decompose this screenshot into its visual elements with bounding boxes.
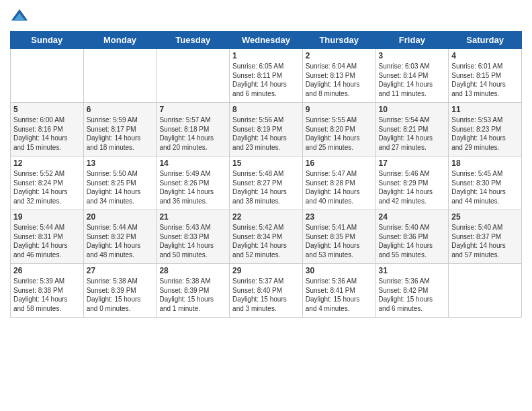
cell-content: Sunrise: 5:53 AM Sunset: 8:23 PM Dayligh… [451, 116, 519, 152]
day-number: 1 [232, 51, 300, 60]
cell-content: Sunrise: 5:37 AM Sunset: 8:40 PM Dayligh… [232, 277, 300, 313]
day-number: 29 [232, 266, 300, 275]
day-number: 13 [87, 158, 154, 168]
day-number: 18 [451, 158, 519, 168]
cell-content: Sunrise: 5:57 AM Sunset: 8:18 PM Dayligh… [159, 116, 226, 152]
cell-content: Sunrise: 5:38 AM Sunset: 8:39 PM Dayligh… [87, 277, 154, 313]
cell-content: Sunrise: 5:43 AM Sunset: 8:33 PM Dayligh… [159, 223, 226, 259]
day-header-tuesday: Tuesday [157, 32, 230, 49]
day-number: 2 [306, 51, 373, 60]
cell-content: Sunrise: 5:40 AM Sunset: 8:37 PM Dayligh… [451, 223, 519, 259]
calendar-cell: 4Sunrise: 6:01 AM Sunset: 8:15 PM Daylig… [449, 49, 522, 103]
calendar-cell: 1Sunrise: 6:05 AM Sunset: 8:11 PM Daylig… [230, 49, 303, 103]
cell-content: Sunrise: 5:44 AM Sunset: 8:32 PM Dayligh… [87, 223, 154, 259]
day-number: 10 [379, 105, 446, 114]
calendar-cell: 30Sunrise: 5:36 AM Sunset: 8:41 PM Dayli… [302, 264, 375, 318]
day-number: 6 [87, 105, 154, 114]
cell-content: Sunrise: 5:49 AM Sunset: 8:26 PM Dayligh… [159, 169, 226, 205]
cell-content: Sunrise: 5:45 AM Sunset: 8:30 PM Dayligh… [451, 169, 519, 205]
cell-content: Sunrise: 6:01 AM Sunset: 8:15 PM Dayligh… [451, 62, 519, 98]
cell-content: Sunrise: 5:44 AM Sunset: 8:31 PM Dayligh… [13, 223, 81, 259]
day-number: 25 [451, 212, 519, 222]
cell-content: Sunrise: 5:59 AM Sunset: 8:17 PM Dayligh… [87, 116, 154, 152]
calendar-table: SundayMondayTuesdayWednesdayThursdayFrid… [10, 31, 522, 318]
cell-content: Sunrise: 6:03 AM Sunset: 8:14 PM Dayligh… [379, 62, 446, 98]
day-number: 28 [159, 266, 226, 275]
page: SundayMondayTuesdayWednesdayThursdayFrid… [0, 0, 532, 324]
calendar-cell: 16Sunrise: 5:47 AM Sunset: 8:28 PM Dayli… [302, 156, 375, 210]
day-number: 12 [13, 158, 81, 168]
day-header-friday: Friday [375, 32, 449, 49]
cell-content: Sunrise: 5:36 AM Sunset: 8:41 PM Dayligh… [306, 277, 373, 313]
day-header-saturday: Saturday [449, 32, 522, 49]
header [10, 7, 522, 26]
day-number: 4 [451, 51, 519, 60]
cell-content: Sunrise: 6:00 AM Sunset: 8:16 PM Dayligh… [13, 116, 81, 152]
calendar-cell: 3Sunrise: 6:03 AM Sunset: 8:14 PM Daylig… [375, 49, 449, 103]
cell-content: Sunrise: 5:42 AM Sunset: 8:34 PM Dayligh… [232, 223, 300, 259]
calendar-cell: 13Sunrise: 5:50 AM Sunset: 8:25 PM Dayli… [83, 156, 157, 210]
day-header-monday: Monday [83, 32, 157, 49]
calendar-cell: 9Sunrise: 5:55 AM Sunset: 8:20 PM Daylig… [302, 103, 375, 156]
calendar-week-4: 19Sunrise: 5:44 AM Sunset: 8:31 PM Dayli… [11, 210, 522, 264]
days-header-row: SundayMondayTuesdayWednesdayThursdayFrid… [11, 32, 522, 49]
calendar-cell [11, 49, 84, 103]
cell-content: Sunrise: 5:52 AM Sunset: 8:24 PM Dayligh… [13, 169, 81, 205]
cell-content: Sunrise: 5:50 AM Sunset: 8:25 PM Dayligh… [87, 169, 154, 205]
day-number: 19 [13, 212, 81, 222]
calendar-cell: 21Sunrise: 5:43 AM Sunset: 8:33 PM Dayli… [157, 210, 230, 264]
calendar-week-1: 1Sunrise: 6:05 AM Sunset: 8:11 PM Daylig… [11, 49, 522, 103]
logo-icon [10, 7, 29, 26]
calendar-week-5: 26Sunrise: 5:39 AM Sunset: 8:38 PM Dayli… [11, 264, 522, 318]
day-number: 31 [379, 266, 446, 275]
cell-content: Sunrise: 5:36 AM Sunset: 8:42 PM Dayligh… [379, 277, 446, 313]
cell-content: Sunrise: 5:47 AM Sunset: 8:28 PM Dayligh… [306, 169, 373, 205]
day-number: 17 [379, 158, 446, 168]
day-number: 15 [232, 158, 300, 168]
calendar-cell: 12Sunrise: 5:52 AM Sunset: 8:24 PM Dayli… [11, 156, 84, 210]
calendar-cell: 25Sunrise: 5:40 AM Sunset: 8:37 PM Dayli… [449, 210, 522, 264]
calendar-cell: 24Sunrise: 5:40 AM Sunset: 8:36 PM Dayli… [375, 210, 449, 264]
calendar-cell: 29Sunrise: 5:37 AM Sunset: 8:40 PM Dayli… [230, 264, 303, 318]
logo [10, 7, 32, 26]
cell-content: Sunrise: 6:05 AM Sunset: 8:11 PM Dayligh… [232, 62, 300, 98]
cell-content: Sunrise: 5:54 AM Sunset: 8:21 PM Dayligh… [379, 116, 446, 152]
day-header-wednesday: Wednesday [230, 32, 303, 49]
calendar-cell: 14Sunrise: 5:49 AM Sunset: 8:26 PM Dayli… [157, 156, 230, 210]
day-number: 24 [379, 212, 446, 222]
day-number: 8 [232, 105, 300, 114]
calendar-cell: 19Sunrise: 5:44 AM Sunset: 8:31 PM Dayli… [11, 210, 84, 264]
day-header-sunday: Sunday [11, 32, 84, 49]
day-number: 20 [87, 212, 154, 222]
cell-content: Sunrise: 5:56 AM Sunset: 8:19 PM Dayligh… [232, 116, 300, 152]
calendar-cell: 31Sunrise: 5:36 AM Sunset: 8:42 PM Dayli… [375, 264, 449, 318]
day-number: 14 [159, 158, 226, 168]
calendar-cell: 20Sunrise: 5:44 AM Sunset: 8:32 PM Dayli… [83, 210, 157, 264]
day-number: 11 [451, 105, 519, 114]
calendar-cell: 27Sunrise: 5:38 AM Sunset: 8:39 PM Dayli… [83, 264, 157, 318]
calendar-cell [449, 264, 522, 318]
calendar-cell: 2Sunrise: 6:04 AM Sunset: 8:13 PM Daylig… [302, 49, 375, 103]
cell-content: Sunrise: 5:55 AM Sunset: 8:20 PM Dayligh… [306, 116, 373, 152]
calendar-cell: 7Sunrise: 5:57 AM Sunset: 8:18 PM Daylig… [157, 103, 230, 156]
day-number: 27 [87, 266, 154, 275]
cell-content: Sunrise: 5:40 AM Sunset: 8:36 PM Dayligh… [379, 223, 446, 259]
calendar-cell: 18Sunrise: 5:45 AM Sunset: 8:30 PM Dayli… [449, 156, 522, 210]
day-header-thursday: Thursday [302, 32, 375, 49]
day-number: 3 [379, 51, 446, 60]
calendar-cell: 11Sunrise: 5:53 AM Sunset: 8:23 PM Dayli… [449, 103, 522, 156]
calendar-cell: 28Sunrise: 5:38 AM Sunset: 8:39 PM Dayli… [157, 264, 230, 318]
cell-content: Sunrise: 5:48 AM Sunset: 8:27 PM Dayligh… [232, 169, 300, 205]
day-number: 22 [232, 212, 300, 222]
calendar-cell: 5Sunrise: 6:00 AM Sunset: 8:16 PM Daylig… [11, 103, 84, 156]
calendar-cell: 17Sunrise: 5:46 AM Sunset: 8:29 PM Dayli… [375, 156, 449, 210]
calendar-week-2: 5Sunrise: 6:00 AM Sunset: 8:16 PM Daylig… [11, 103, 522, 156]
day-number: 26 [13, 266, 81, 275]
day-number: 5 [13, 105, 81, 114]
day-number: 7 [159, 105, 226, 114]
day-number: 16 [306, 158, 373, 168]
calendar-cell [83, 49, 157, 103]
cell-content: Sunrise: 6:04 AM Sunset: 8:13 PM Dayligh… [306, 62, 373, 98]
calendar-cell: 23Sunrise: 5:41 AM Sunset: 8:35 PM Dayli… [302, 210, 375, 264]
cell-content: Sunrise: 5:38 AM Sunset: 8:39 PM Dayligh… [159, 277, 226, 313]
